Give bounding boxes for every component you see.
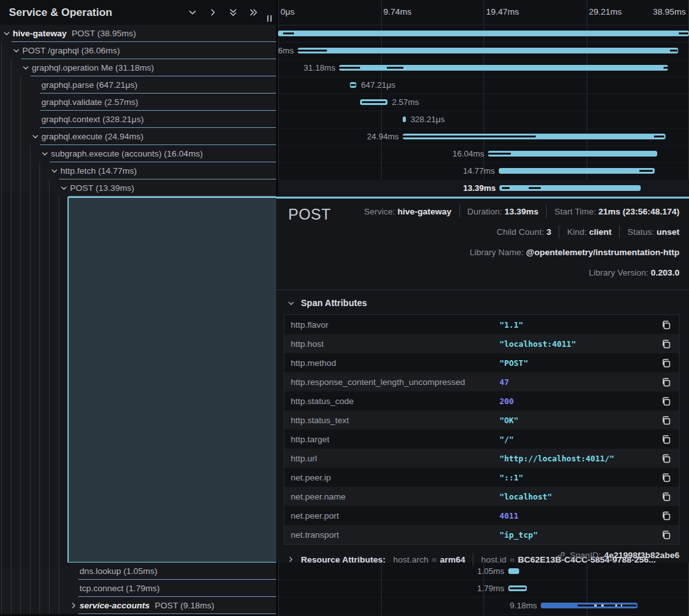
tree-row-label-cell[interactable]: POST /graphql (36.06ms) <box>0 42 276 59</box>
copy-button[interactable] <box>653 492 679 501</box>
timeline-row[interactable]: 9.18ms <box>278 597 689 615</box>
tree-row-label-cell[interactable]: graphql.operation Me (31.18ms) <box>0 59 276 76</box>
copy-button[interactable] <box>653 511 679 521</box>
meta-label: Kind: <box>567 227 589 237</box>
span-bar[interactable] <box>508 568 519 574</box>
timeline-row[interactable]: 328.21μs <box>278 111 689 129</box>
tree-row[interactable]: service-accountsPOST (9.18ms)9.18ms <box>0 597 689 614</box>
span-bar[interactable] <box>278 31 689 36</box>
copy-button[interactable] <box>653 358 679 368</box>
copy-button[interactable] <box>653 339 679 349</box>
operation-name: graphql.validate (2.57ms) <box>41 97 138 107</box>
tree-row-label-cell[interactable]: subgraph.execute (accounts) (16.04ms) <box>0 145 276 162</box>
copy-button[interactable] <box>653 473 679 482</box>
timeline-row[interactable]: 16.04ms <box>278 145 689 163</box>
chevron-down-icon[interactable] <box>188 8 197 17</box>
timeline-row[interactable]: 24.94ms <box>278 128 689 146</box>
tree-row[interactable]: http.fetch (14.77ms)14.77ms <box>0 162 689 179</box>
copy-button[interactable] <box>653 396 679 406</box>
indent-guides <box>0 580 67 597</box>
tree-row-label-cell[interactable]: graphql.parse (647.21μs) <box>0 76 276 94</box>
tree-row-label-cell[interactable]: hive-gatewayPOST (38.95ms) <box>0 25 276 42</box>
attr-row: http.response_content_length_uncompresse… <box>284 372 679 391</box>
chevron-down-icon[interactable] <box>60 184 68 192</box>
tree-row[interactable]: graphql.execute (24.94ms)24.94ms <box>0 128 689 145</box>
attr-row: http.method"POST" <box>284 353 679 372</box>
copy-button[interactable] <box>653 530 679 540</box>
tree-row[interactable]: subgraph.execute (accounts) (16.04ms)16.… <box>0 145 689 162</box>
timeline-row[interactable]: 36.06ms <box>278 42 689 60</box>
span-attributes-header[interactable]: Span Attributes <box>287 298 689 308</box>
timeline-row[interactable]: 1.79ms <box>278 580 689 598</box>
self-time-mark <box>529 187 541 189</box>
chevron-down-icon[interactable] <box>12 46 20 55</box>
span-name: subgraph.execute (accounts) (16.04ms) <box>51 145 203 162</box>
span-bar[interactable] <box>499 185 641 191</box>
trace-viewer: 0μs9.74ms19.47ms29.21ms38.95ms Service &… <box>0 0 689 616</box>
span-bar[interactable] <box>298 48 678 53</box>
span-bar[interactable] <box>541 603 637 608</box>
tree-row[interactable]: graphql.context (328.21μs)328.21μs <box>0 111 689 128</box>
operation-name: graphql.execute (24.94ms) <box>41 132 144 141</box>
copy-button[interactable] <box>653 435 679 444</box>
copy-button[interactable] <box>653 320 679 330</box>
tree-row-label-cell[interactable]: graphql.execute (24.94ms) <box>0 128 276 145</box>
timeline-header: 0μs9.74ms19.47ms29.21ms38.95ms <box>278 0 689 25</box>
tree-row-label-cell[interactable]: http.fetch (14.77ms) <box>0 162 276 179</box>
timeline-row[interactable]: 31.18ms <box>278 59 689 77</box>
span-name: hive-gatewayPOST (38.95ms) <box>13 25 136 42</box>
tree-row[interactable]: graphql.parse (647.21μs)647.21μs <box>0 76 689 94</box>
tree-row[interactable]: POST /graphql (36.06ms)36.06ms <box>0 42 689 59</box>
span-bar[interactable] <box>508 585 527 591</box>
span-bar[interactable] <box>499 168 655 174</box>
panel-resize-grip[interactable] <box>267 15 273 22</box>
span-name: graphql.validate (2.57ms) <box>41 94 138 111</box>
timeline-row[interactable]: 13.39ms <box>278 179 689 197</box>
tree-row-label-cell[interactable]: graphql.context (328.21μs) <box>0 111 276 128</box>
link-icon[interactable] <box>557 551 566 560</box>
tree-row[interactable]: graphql.validate (2.57ms)2.57ms <box>0 94 689 111</box>
tree-row[interactable]: POST (13.39ms)13.39ms <box>0 179 689 197</box>
tree-row-label-cell[interactable]: service-accountsPOST (9.18ms) <box>0 597 276 614</box>
copy-button[interactable] <box>653 454 679 463</box>
chevron-right-icon[interactable] <box>69 601 78 610</box>
attr-key: http.url <box>284 454 499 463</box>
attr-key: http.flavor <box>284 320 499 330</box>
attr-key: http.method <box>284 358 499 368</box>
timeline-row[interactable] <box>278 25 689 43</box>
double-chevron-right-icon[interactable] <box>249 8 258 17</box>
chevron-down-icon[interactable] <box>22 64 30 72</box>
tree-row[interactable]: tcp.connect (1.79ms)1.79ms <box>0 580 689 597</box>
tree-row-label-cell[interactable]: graphql.validate (2.57ms) <box>0 94 276 111</box>
tree-row-label-cell[interactable]: POST (13.39ms) <box>0 179 276 197</box>
chevron-down-icon[interactable] <box>41 150 49 158</box>
timeline-row[interactable]: 14.77ms <box>278 162 689 180</box>
span-bar[interactable] <box>339 65 668 71</box>
tree-row[interactable]: graphql.operation Me (31.18ms)31.18ms <box>0 59 689 76</box>
meta-separator <box>459 205 460 218</box>
tree-row[interactable]: hive-gatewayPOST (38.95ms) <box>0 25 689 42</box>
self-time-mark <box>502 187 510 189</box>
chevron-right-icon[interactable] <box>208 8 218 17</box>
attr-value: "OK" <box>499 416 653 425</box>
span-bar[interactable] <box>350 82 357 88</box>
self-time-mark <box>403 136 536 137</box>
tree-header: Service & Operation <box>0 0 276 25</box>
span-bar[interactable] <box>403 116 406 122</box>
span-bar[interactable] <box>360 99 387 105</box>
double-chevron-down-icon[interactable] <box>228 8 238 17</box>
chevron-down-icon[interactable] <box>3 29 11 38</box>
span-bar[interactable] <box>403 134 666 139</box>
chevron-down-icon[interactable] <box>31 132 39 141</box>
tree-row-label-cell[interactable]: tcp.connect (1.79ms) <box>0 580 276 597</box>
copy-button[interactable] <box>653 377 679 387</box>
tree-row-label-cell[interactable]: dns.lookup (1.05ms) <box>0 563 276 580</box>
child-span-mark <box>615 605 617 606</box>
child-span-mark <box>594 605 597 606</box>
chevron-down-icon[interactable] <box>50 167 59 175</box>
span-bar[interactable] <box>488 151 657 157</box>
self-time-mark <box>283 32 294 34</box>
timeline-row[interactable]: 647.21μs <box>278 76 689 94</box>
copy-button[interactable] <box>653 416 679 425</box>
timeline-row[interactable]: 2.57ms <box>278 94 689 111</box>
